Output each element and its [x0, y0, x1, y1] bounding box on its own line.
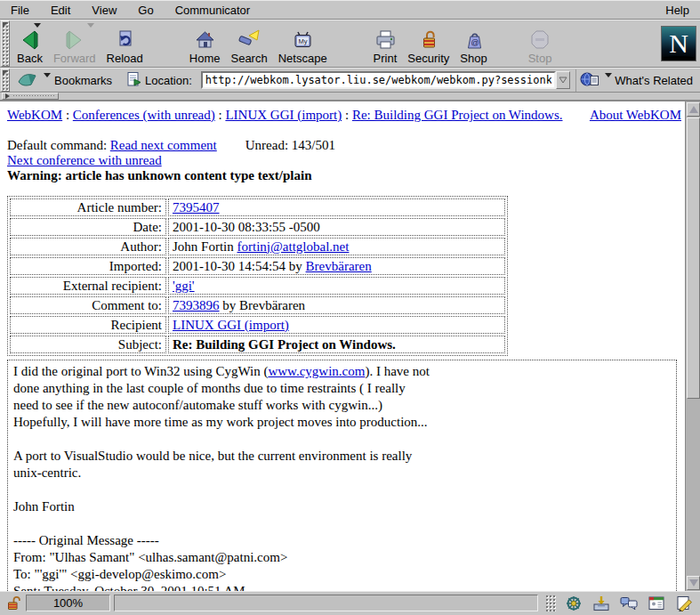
- expand-arrow-icon: [5, 93, 10, 99]
- bookmarks-icon: [17, 71, 38, 90]
- default-command-label: Default command:: [7, 138, 110, 152]
- table-row: Comment to: 7393896 by Brevbäraren: [10, 296, 505, 314]
- bookmarks-button[interactable]: Bookmarks: [12, 69, 117, 92]
- imported-label: Imported:: [10, 257, 166, 275]
- taskbar-grip[interactable]: [545, 595, 556, 611]
- whats-related-label: What's Related: [615, 74, 693, 87]
- scroll-down-arrow-icon: [689, 579, 698, 587]
- external-recipient-link[interactable]: 'ggi': [173, 279, 195, 293]
- table-row: Date: 2001-10-30 08:33:55 -0500: [10, 218, 505, 236]
- breadcrumb-webkom-link[interactable]: WebKOM: [7, 108, 62, 122]
- author-name: John Fortin: [173, 239, 237, 254]
- navigator-task-button[interactable]: [559, 594, 587, 612]
- importer-link[interactable]: Brevbäraren: [306, 259, 372, 273]
- netscape-label: Netscape: [278, 52, 327, 65]
- url-history-dropdown[interactable]: [556, 71, 570, 89]
- about-webkom-link[interactable]: About WebKOM: [590, 108, 681, 122]
- author-email-link[interactable]: fortinj@attglobal.net: [237, 239, 350, 254]
- comment-to-label: Comment to:: [10, 296, 166, 314]
- breadcrumb-sep: :: [342, 108, 352, 122]
- date-label: Date:: [10, 218, 166, 236]
- unread-count: Unread: 143/501: [245, 138, 335, 152]
- security-lock-icon: [418, 28, 439, 52]
- navigation-toolbar: Back Forward Reload Home Search My Netsc…: [0, 20, 700, 68]
- location-label: Location:: [145, 74, 192, 87]
- subject-value: Re: Building GGI Project on Windows.: [173, 337, 396, 352]
- url-input[interactable]: [201, 71, 556, 89]
- page-proxy-icon: [126, 71, 141, 90]
- page-body: About WebKOM WebKOM : Conferences (with …: [0, 101, 685, 591]
- cygwin-link[interactable]: www.cygwin.com: [268, 364, 365, 378]
- svg-text:My: My: [298, 37, 307, 45]
- whats-related-globe-icon: [580, 71, 600, 90]
- shop-button[interactable]: @ Shop: [455, 20, 492, 68]
- toolbar-gap: [149, 20, 184, 68]
- content-type-warning: Warning: article has unknown content typ…: [7, 168, 685, 183]
- comment-to-link[interactable]: 7393896: [173, 298, 220, 312]
- my-netscape-icon: My: [292, 28, 314, 52]
- recipient-conference-link[interactable]: LINUX GGI (import): [173, 318, 289, 332]
- security-status-button[interactable]: [3, 594, 26, 612]
- article-header-table: Article number: 7395407 Date: 2001-10-30…: [7, 196, 508, 356]
- read-next-comment-link[interactable]: Read next comment: [110, 138, 217, 152]
- table-row: External recipient: 'ggi': [10, 277, 505, 295]
- breadcrumb-conferences-link[interactable]: Conferences (with unread): [73, 108, 215, 122]
- inbox-task-button[interactable]: [587, 594, 615, 612]
- page-proxy[interactable]: Location:: [117, 69, 197, 92]
- progress-value: 100%: [53, 596, 83, 610]
- breadcrumb-article-link[interactable]: Re: Building GGI Project on Windows.: [352, 108, 563, 122]
- breadcrumb: About WebKOM WebKOM : Conferences (with …: [7, 108, 685, 123]
- navigator-wheel-icon: [564, 595, 583, 611]
- security-button[interactable]: Security: [402, 20, 455, 68]
- menu-edit[interactable]: Edit: [40, 1, 81, 20]
- collapsed-toolbar-tab[interactable]: [2, 93, 59, 100]
- netscape-n-logo[interactable]: N: [661, 26, 696, 61]
- tab-dots: [12, 94, 54, 98]
- home-button[interactable]: Home: [184, 20, 226, 68]
- netscape-button[interactable]: My Netscape: [273, 20, 333, 68]
- menu-bar: File Edit View Go Communicator Help: [0, 0, 700, 20]
- print-button[interactable]: Print: [368, 20, 403, 68]
- forward-button[interactable]: Forward: [48, 20, 101, 68]
- search-label: Search: [230, 52, 267, 65]
- discussions-task-button[interactable]: [615, 594, 642, 612]
- comment-to-suffix: by Brevbäraren: [220, 298, 306, 312]
- discussion-bubbles-icon: [619, 595, 639, 611]
- scroll-up-button[interactable]: [687, 102, 700, 117]
- stop-label: Stop: [528, 52, 552, 65]
- address-book-task-button[interactable]: [642, 594, 670, 612]
- scrollbar-thumb[interactable]: [687, 117, 700, 399]
- shop-bag-icon: @: [463, 28, 485, 52]
- menu-go[interactable]: Go: [127, 1, 164, 20]
- table-row: Recipient LINUX GGI (import): [10, 316, 505, 334]
- table-row: Imported: 2001-10-30 14:54:54 by Brevbär…: [10, 257, 505, 275]
- reload-icon: [114, 28, 135, 52]
- menu-help[interactable]: Help: [655, 1, 700, 20]
- composer-task-button[interactable]: [670, 594, 697, 612]
- forward-menu-arrow-icon: [87, 23, 94, 28]
- menu-view[interactable]: View: [81, 1, 127, 20]
- reload-button[interactable]: Reload: [101, 20, 149, 68]
- open-padlock-icon: [6, 595, 22, 611]
- whats-related-button[interactable]: What's Related: [575, 69, 700, 92]
- shop-label: Shop: [460, 52, 487, 65]
- article-number-link[interactable]: 7395407: [173, 200, 220, 214]
- next-conference-link[interactable]: Next conference with unread: [7, 153, 162, 167]
- scroll-down-button[interactable]: [687, 576, 700, 590]
- vertical-scrollbar[interactable]: [685, 101, 700, 591]
- menu-communicator[interactable]: Communicator: [165, 1, 261, 20]
- breadcrumb-conference-link[interactable]: LINUX GGI (import): [225, 108, 342, 122]
- progress-meter: 100%: [26, 595, 110, 611]
- home-icon: [194, 28, 215, 52]
- back-button[interactable]: Back: [12, 20, 48, 68]
- security-label: Security: [407, 52, 449, 65]
- menu-file[interactable]: File: [0, 1, 40, 20]
- toolbar-grippy[interactable]: [1, 20, 10, 67]
- url-wrap: [201, 71, 570, 89]
- forward-icon: [63, 28, 86, 52]
- breadcrumb-sep: :: [62, 108, 73, 122]
- location-grippy[interactable]: [1, 69, 10, 92]
- back-label: Back: [17, 52, 43, 65]
- stop-button[interactable]: Stop: [523, 20, 558, 68]
- search-button[interactable]: Search: [225, 20, 272, 68]
